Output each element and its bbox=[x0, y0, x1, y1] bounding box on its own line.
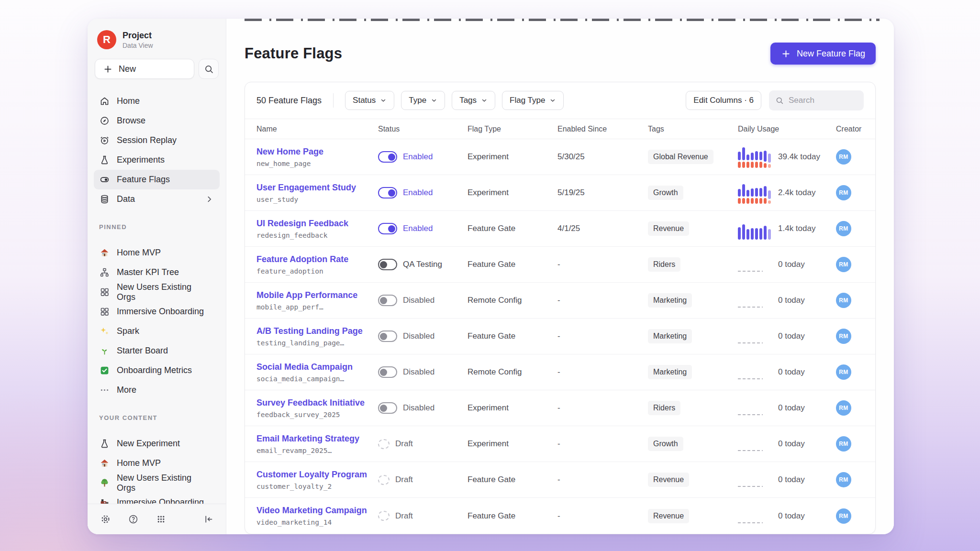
tag-badge: Growth bbox=[648, 186, 683, 200]
top-scroll-dashes bbox=[245, 19, 880, 21]
filter-chip-flag-type[interactable]: Flag Type bbox=[502, 91, 564, 110]
status-toggle[interactable] bbox=[378, 151, 397, 163]
status-toggle[interactable] bbox=[378, 295, 397, 306]
your-content-item-immersive-onboarding[interactable]: Immersive Onboarding bbox=[94, 493, 220, 504]
table-search[interactable] bbox=[769, 90, 864, 110]
table-row[interactable]: Email Marketing Strategy email_revamp_20… bbox=[245, 426, 875, 462]
status-toggle[interactable] bbox=[378, 223, 397, 234]
flag-name-link[interactable]: User Engagement Study bbox=[256, 183, 378, 193]
edit-columns-button[interactable]: Edit Columns · 6 bbox=[686, 91, 761, 110]
table-row[interactable]: Video Marketing Campaign video_marketing… bbox=[245, 498, 875, 534]
sidebar-search-button[interactable] bbox=[199, 59, 219, 79]
usage-sparkline bbox=[738, 469, 771, 491]
pinned-item-immersive-onboarding[interactable]: Immersive Onboarding bbox=[94, 302, 220, 321]
status-toggle[interactable] bbox=[378, 187, 397, 198]
column-header-name: Name bbox=[256, 125, 378, 133]
status-toggle[interactable] bbox=[378, 366, 397, 378]
search-input[interactable] bbox=[789, 96, 851, 105]
flag-name-link[interactable]: Survey Feedback Initiative bbox=[256, 398, 378, 408]
creator-avatar[interactable]: RM bbox=[836, 257, 851, 272]
your-content-item-home-mvp[interactable]: Home MVP bbox=[94, 453, 220, 473]
flag-key: new_home_page bbox=[256, 160, 378, 167]
table-row[interactable]: Mobile App Performance mobile_app_perf… … bbox=[245, 283, 875, 319]
your-content-item-new-experiment[interactable]: New Experiment bbox=[94, 434, 220, 453]
sidebar-item-session-replay[interactable]: Session Replay bbox=[94, 131, 220, 150]
flag-name-link[interactable]: Customer Loyalty Program bbox=[256, 470, 378, 480]
creator-avatar[interactable]: RM bbox=[836, 185, 851, 200]
table-row[interactable]: New Home Page new_home_page Enabled Expe… bbox=[245, 139, 875, 175]
table-row[interactable]: A/B Testing Landing Page testing_landing… bbox=[245, 319, 875, 354]
your-content-list: New Experiment Home MVP New Users Existi… bbox=[94, 434, 220, 504]
creator-avatar[interactable]: RM bbox=[836, 436, 851, 452]
table-row[interactable]: Survey Feedback Initiative feedback_surv… bbox=[245, 390, 875, 426]
usage-sparkline bbox=[738, 146, 771, 168]
creator-avatar[interactable]: RM bbox=[836, 472, 851, 487]
help-icon[interactable] bbox=[128, 514, 138, 525]
table-row[interactable]: User Engagement Study user_study Enabled… bbox=[245, 175, 875, 211]
project-name: Project bbox=[122, 31, 153, 41]
status-label: Draft bbox=[395, 475, 413, 485]
creator-avatar[interactable]: RM bbox=[836, 221, 851, 236]
column-header-flag-type: Flag Type bbox=[468, 125, 557, 133]
table-row[interactable]: Feature Adoption Rate feature_adoption Q… bbox=[245, 247, 875, 283]
new-feature-flag-button[interactable]: New Feature Flag bbox=[770, 43, 876, 65]
status-toggle[interactable] bbox=[378, 402, 397, 414]
flag-name-link[interactable]: Email Marketing Strategy bbox=[256, 434, 378, 444]
creator-avatar[interactable]: RM bbox=[836, 508, 851, 524]
sidebar-item-experiments[interactable]: Experiments bbox=[94, 150, 220, 170]
filter-chip-status[interactable]: Status bbox=[345, 91, 394, 110]
flag-type: Remote Config bbox=[468, 367, 557, 377]
new-button-label: New bbox=[119, 64, 136, 74]
flag-name-link[interactable]: Feature Adoption Rate bbox=[256, 254, 378, 264]
pinned-item-spark[interactable]: Spark bbox=[94, 321, 220, 341]
enabled-since: - bbox=[557, 296, 648, 305]
empty-usage-dash bbox=[738, 414, 763, 415]
edit-columns-label: Edit Columns · 6 bbox=[693, 96, 754, 105]
creator-avatar[interactable]: RM bbox=[836, 329, 851, 344]
flag-name-link[interactable]: Social Media Campaign bbox=[256, 362, 378, 372]
pinned-item-master-kpi-tree[interactable]: Master KPI Tree bbox=[94, 263, 220, 282]
status-toggle[interactable] bbox=[378, 331, 397, 342]
usage-label: 0 today bbox=[778, 403, 805, 413]
table-row[interactable]: Social Media Campaign socia_media_campai… bbox=[245, 354, 875, 390]
flag-name-link[interactable]: New Home Page bbox=[256, 147, 378, 157]
creator-avatar[interactable]: RM bbox=[836, 149, 851, 165]
project-switcher[interactable]: R Project Data View bbox=[94, 30, 220, 49]
sidebar-item-label: Starter Board bbox=[117, 346, 168, 356]
status-toggle[interactable] bbox=[378, 259, 397, 270]
creator-avatar[interactable]: RM bbox=[836, 400, 851, 416]
flag-name-link[interactable]: Video Marketing Campaign bbox=[256, 506, 378, 516]
pinned-item-home-mvp[interactable]: Home MVP bbox=[94, 243, 220, 263]
collapse-sidebar-icon[interactable] bbox=[203, 514, 213, 525]
pinned-item-new-users-existing-orgs[interactable]: New Users Existing Orgs bbox=[94, 282, 220, 302]
flag-name-link[interactable]: UI Redesign Feedback bbox=[256, 219, 378, 229]
pinned-item-starter-board[interactable]: Starter Board bbox=[94, 341, 220, 361]
flag-name-link[interactable]: A/B Testing Landing Page bbox=[256, 326, 378, 336]
draft-status-icon bbox=[378, 511, 390, 521]
flag-type: Experiment bbox=[468, 439, 557, 449]
more-dots-icon bbox=[99, 385, 110, 396]
filter-chip-label: Flag Type bbox=[510, 96, 545, 105]
flag-type: Feature Gate bbox=[468, 224, 557, 233]
sidebar-item-label: Session Replay bbox=[117, 135, 177, 145]
pinned-item-more[interactable]: More bbox=[94, 380, 220, 400]
sidebar-item-data[interactable]: Data bbox=[94, 189, 220, 209]
filter-chip-type[interactable]: Type bbox=[401, 91, 445, 110]
creator-avatar[interactable]: RM bbox=[836, 293, 851, 308]
your-content-section-label: YOUR CONTENT bbox=[94, 414, 220, 421]
sidebar-item-feature-flags[interactable]: Feature Flags bbox=[94, 170, 220, 189]
tree-emoji-icon bbox=[99, 478, 110, 488]
table-row[interactable]: Customer Loyalty Program customer_loyalt… bbox=[245, 462, 875, 498]
apps-grid-icon[interactable] bbox=[156, 514, 166, 525]
sidebar-item-browse[interactable]: Browse bbox=[94, 111, 220, 131]
pinned-item-onboarding-metrics[interactable]: Onboarding Metrics bbox=[94, 361, 220, 380]
filter-chip-tags[interactable]: Tags bbox=[452, 91, 495, 110]
creator-avatar[interactable]: RM bbox=[836, 364, 851, 380]
gear-icon[interactable] bbox=[100, 514, 111, 525]
your-content-item-new-users-existing-orgs[interactable]: New Users Existing Orgs bbox=[94, 473, 220, 493]
flag-name-link[interactable]: Mobile App Performance bbox=[256, 290, 378, 300]
new-button[interactable]: New bbox=[95, 59, 194, 79]
flag-type: Remote Config bbox=[468, 296, 557, 305]
sidebar-item-home[interactable]: Home bbox=[94, 91, 220, 111]
table-row[interactable]: UI Redesign Feedback redesign_feedback E… bbox=[245, 211, 875, 247]
